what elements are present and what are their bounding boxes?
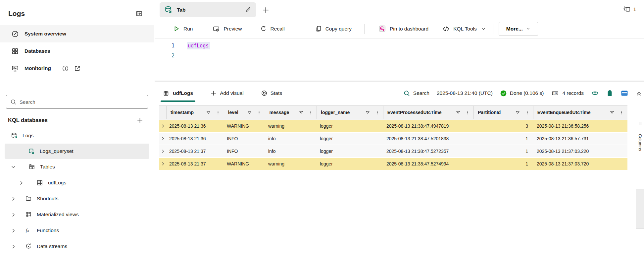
grid-cell: 2025-08-13 21:36: [165, 136, 223, 141]
nav-item-databases[interactable]: Databases: [0, 42, 154, 60]
tree-item-materialized-views[interactable]: Materialized views: [0, 207, 154, 223]
results-grid-region: timestamp level message: [155, 105, 644, 257]
table-view-button[interactable]: [620, 89, 628, 97]
results-status-group: Search 2025-08-13 21:40 (UTC) Done (0.10…: [403, 89, 642, 97]
filter-funnel-icon[interactable]: [299, 110, 304, 115]
filter-funnel-icon[interactable]: [456, 110, 461, 115]
add-database-button[interactable]: [136, 116, 144, 124]
kebab-menu-icon[interactable]: [308, 110, 313, 115]
stacked-tabs-icon: [623, 5, 631, 13]
tree-item-shortcuts[interactable]: Shortcuts: [0, 191, 154, 207]
row-expander-chevron-icon[interactable]: [161, 149, 165, 154]
sidebar-nav: System overview Databases Monitoring: [0, 25, 154, 77]
double-chevron-up-icon: [636, 90, 642, 96]
grid-header-partition-id[interactable]: PartitionId: [473, 106, 533, 119]
new-tab-button[interactable]: [261, 6, 270, 15]
record-count: 4 records: [551, 90, 584, 96]
eye-icon: [591, 89, 599, 97]
filter-funnel-icon[interactable]: [365, 110, 370, 115]
recall-button[interactable]: Recall: [260, 25, 285, 32]
columns-side-panel[interactable]: Columns: [636, 105, 644, 257]
chevron-right-icon[interactable]: [19, 180, 24, 186]
grid-header-logger-name[interactable]: logger_name: [317, 106, 383, 119]
grid-header-event-processed[interactable]: EventProcessedUtcTime: [383, 106, 473, 119]
speedometer-icon: [11, 30, 19, 38]
search-icon: [403, 90, 410, 97]
kql-tools-button[interactable]: KQL Tools: [442, 25, 486, 32]
grid-row[interactable]: 2025-08-13 21:37 WARNING warning logger …: [159, 158, 627, 170]
preview-button[interactable]: Preview: [213, 25, 242, 32]
column-label: timestamp: [171, 110, 194, 115]
chevron-right-icon[interactable]: [11, 212, 16, 218]
tree-item-logs-queryset[interactable]: Logs_queryset: [5, 144, 149, 159]
row-expander-chevron-icon[interactable]: [161, 124, 165, 128]
query-time-filter[interactable]: 2025-08-13 21:40 (UTC): [437, 90, 493, 96]
tree-item-logs[interactable]: Logs: [0, 128, 154, 144]
chevron-right-icon[interactable]: [11, 228, 16, 233]
query-editor[interactable]: 1 udfLogs 2: [155, 39, 644, 81]
run-button[interactable]: Run: [173, 25, 193, 32]
search-input[interactable]: [20, 99, 144, 105]
table-icon: [36, 179, 43, 186]
grid-row[interactable]: 2025-08-13 21:36 WARNING warning logger …: [159, 120, 627, 132]
grid-cell: warning: [264, 123, 316, 129]
rename-tab-pencil-icon[interactable]: [244, 6, 251, 13]
copy-results-clipboard-button[interactable]: [606, 90, 613, 97]
chevron-right-icon[interactable]: [11, 244, 16, 249]
grid-cell: 2025-08-13 21:36: [165, 123, 223, 129]
grid-row[interactable]: 2025-08-13 21:37 INFO info logger 2025-0…: [159, 145, 627, 157]
info-icon[interactable]: [62, 65, 69, 72]
query-tab[interactable]: Tab: [160, 2, 256, 17]
play-icon: [173, 25, 180, 32]
run-label: Run: [183, 26, 193, 32]
collapse-pane-button[interactable]: [135, 9, 143, 18]
grid-cell: 2025-08-13 21:38:47.4947819: [382, 123, 473, 129]
plus-icon: [262, 6, 270, 14]
nav-item-monitoring[interactable]: Monitoring: [0, 60, 154, 77]
tree-item-label: Tables: [40, 164, 55, 170]
copy-icon: [315, 25, 322, 32]
filter-funnel-icon[interactable]: [515, 110, 520, 115]
kebab-menu-icon[interactable]: [375, 110, 380, 115]
tree-item-udflogs[interactable]: udfLogs: [0, 175, 154, 191]
chevron-down-icon[interactable]: [11, 164, 16, 170]
chevron-down-icon: [480, 26, 486, 32]
open-tabs-indicator[interactable]: 1: [623, 5, 636, 13]
more-button[interactable]: More...: [499, 22, 538, 36]
grid-header-timestamp[interactable]: timestamp: [166, 106, 224, 119]
nav-item-system-overview[interactable]: System overview: [0, 25, 154, 42]
grid-header-level[interactable]: level: [224, 106, 265, 119]
kebab-menu-icon[interactable]: [216, 110, 221, 115]
open-external-icon[interactable]: [74, 65, 81, 72]
tree-item-data-streams[interactable]: Data streams: [0, 238, 154, 254]
filter-funnel-icon[interactable]: [247, 110, 252, 115]
sidebar: Logs System overview Databases Monitorin…: [0, 0, 154, 257]
tree-item-functions[interactable]: Functions: [0, 223, 154, 238]
stats-button[interactable]: Stats: [261, 90, 282, 96]
grid-header-event-enqueued[interactable]: EventEnqueuedUtcTime: [533, 106, 627, 119]
tree-item-label: Logs_queryset: [40, 148, 74, 154]
chevron-right-icon[interactable]: [11, 196, 16, 202]
tree-item-tables[interactable]: Tables: [0, 159, 154, 175]
preview-pane-eye-button[interactable]: [591, 89, 599, 97]
pin-to-dashboard-button[interactable]: Pin to dashboard: [378, 25, 428, 32]
grid-cell: info: [264, 149, 316, 154]
grid-row[interactable]: 2025-08-13 21:36 INFO info logger 2025-0…: [159, 133, 627, 145]
add-visual-button[interactable]: Add visual: [210, 90, 244, 96]
results-search[interactable]: Search: [403, 90, 429, 97]
active-tab-underline: [161, 100, 195, 102]
filter-funnel-icon[interactable]: [610, 110, 615, 115]
grid-header-message[interactable]: message: [265, 106, 317, 119]
row-expander-chevron-icon[interactable]: [161, 161, 165, 166]
kebab-menu-icon[interactable]: [465, 110, 470, 115]
row-expander-chevron-icon[interactable]: [161, 136, 165, 141]
filter-funnel-icon[interactable]: [206, 110, 211, 115]
sidebar-search[interactable]: [6, 95, 148, 109]
kebab-menu-icon[interactable]: [257, 110, 262, 115]
kebab-menu-icon[interactable]: [525, 110, 530, 115]
expand-results-button[interactable]: [636, 90, 642, 96]
panel-scrollbar-thumb[interactable]: [636, 189, 644, 229]
results-table-tab[interactable]: udfLogs: [163, 90, 193, 96]
copy-query-button[interactable]: Copy query: [315, 25, 352, 32]
kebab-menu-icon[interactable]: [619, 110, 624, 115]
